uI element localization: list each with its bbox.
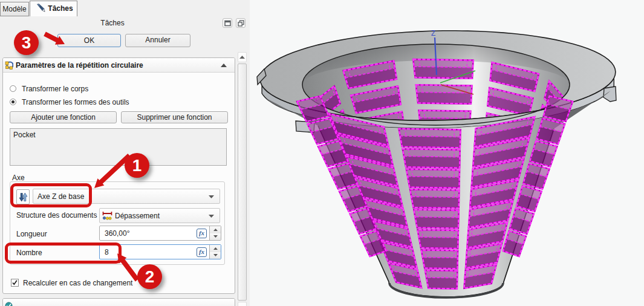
svg-text:Z: Z xyxy=(431,29,435,37)
